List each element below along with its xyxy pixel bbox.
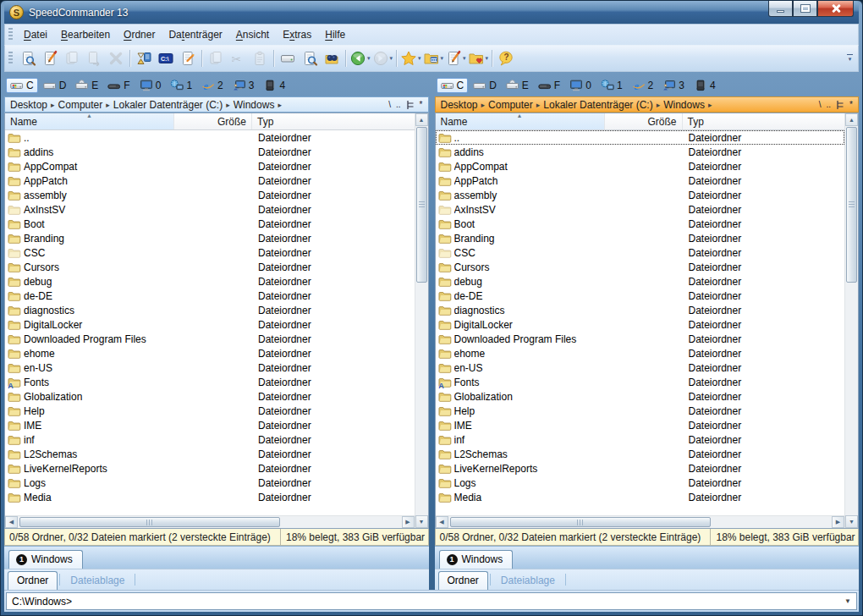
breadcrumb-item[interactable]: Lokaler Datenträger (C:) [541, 98, 655, 112]
breadcrumb-arrow-icon[interactable]: ▸ [277, 101, 283, 109]
drive-button-3[interactable]: 3 [658, 78, 689, 93]
paste-button[interactable] [249, 47, 271, 69]
panel-tab-dateiablage[interactable]: Dateiablage [492, 572, 563, 590]
drive-button-f[interactable]: F [103, 78, 134, 93]
file-row[interactable]: de-DEDateiordner [436, 289, 845, 303]
goto-parent-button[interactable]: .. [396, 100, 401, 109]
drive-button-c[interactable]: C [437, 78, 469, 93]
file-row[interactable]: IMEDateiordner [5, 418, 415, 432]
maximize-button[interactable] [793, 1, 817, 17]
vertical-scroll-track[interactable] [845, 126, 858, 515]
command-prompt-button[interactable]: C:\ [155, 47, 177, 69]
drive-button-2[interactable]: e2 [197, 78, 228, 93]
file-row[interactable]: assemblyDateiordner [436, 188, 845, 202]
dropdown-arrow-icon[interactable]: ▾ [486, 55, 489, 62]
file-row[interactable]: MediaDateiordner [436, 490, 845, 504]
search-files-button[interactable] [299, 47, 321, 69]
favorite-folders-button[interactable]: ▾ [467, 47, 490, 69]
file-row[interactable]: BrandingDateiordner [5, 231, 415, 245]
file-row[interactable]: debugDateiordner [5, 274, 415, 289]
rename-button[interactable] [177, 47, 199, 69]
scroll-left-button[interactable]: ◀ [436, 516, 448, 528]
file-row[interactable]: addinsDateiordner [436, 145, 845, 159]
file-row[interactable]: L2SchemasDateiordner [5, 447, 415, 461]
file-row[interactable]: AppCompatDateiordner [5, 159, 415, 173]
dropdown-arrow-icon[interactable]: ▾ [390, 55, 393, 62]
goto-parent-button[interactable]: .. [827, 100, 832, 109]
horizontal-scroll-thumb[interactable] [19, 517, 280, 527]
file-row[interactable]: en-USDateiordner [436, 360, 845, 375]
file-row[interactable]: BrandingDateiordner [436, 231, 845, 245]
title-bar[interactable]: S SpeedCommander 13 [4, 1, 859, 24]
menu-item-ansicht[interactable]: Ansicht [229, 25, 276, 44]
panel-tab-dateiablage[interactable]: Dateiablage [62, 572, 133, 590]
panel-tab-ordner[interactable]: Ordner [438, 571, 488, 590]
close-button[interactable] [817, 1, 854, 17]
drive-button-4[interactable]: 4 [690, 78, 720, 93]
file-row[interactable]: DigitalLockerDateiordner [5, 317, 415, 332]
file-row[interactable]: L2SchemasDateiordner [436, 447, 845, 461]
dropdown-arrow-icon[interactable]: ▾ [463, 55, 466, 62]
folder-tree-button[interactable] [406, 100, 415, 110]
horizontal-scroll-track[interactable] [448, 516, 833, 528]
file-row[interactable]: debugDateiordner [436, 274, 845, 289]
menu-item-hilfe[interactable]: Hilfe [318, 25, 352, 44]
file-row[interactable]: AxInstSVDateiordner [5, 202, 415, 217]
dropdown-arrow-icon[interactable]: ▾ [441, 55, 444, 62]
file-row[interactable]: GlobalizationDateiordner [436, 389, 845, 404]
command-line-input[interactable]: C:\Windows> ▼ [6, 592, 857, 610]
file-row[interactable]: LogsDateiordner [5, 476, 415, 490]
drive-button-3[interactable]: 3 [228, 78, 259, 93]
column-header-size[interactable]: Größe [174, 113, 252, 129]
menu-item-datenträger[interactable]: Datenträger [162, 25, 228, 44]
dropdown-arrow-icon[interactable]: ▾ [418, 55, 421, 62]
file-row[interactable]: BootDateiordner [436, 217, 845, 231]
edit-file-button[interactable] [39, 47, 61, 69]
file-row[interactable]: LiveKernelReportsDateiordner [436, 461, 845, 476]
drive-button-f[interactable]: F [534, 78, 564, 93]
folder-history-button[interactable] [133, 47, 155, 69]
file-row[interactable]: ..Dateiordner [436, 130, 845, 145]
column-header-name[interactable]: ▲Name [436, 113, 605, 129]
file-row[interactable]: GlobalizationDateiordner [5, 389, 415, 404]
file-row[interactable]: ..Dateiordner [5, 130, 415, 145]
file-row[interactable]: diagnosticsDateiordner [5, 303, 415, 317]
column-header-type[interactable]: Typ [683, 113, 845, 129]
file-row[interactable]: HelpDateiordner [436, 404, 845, 418]
breadcrumb-item[interactable]: Lokaler Datenträger (C:) [111, 98, 225, 112]
breadcrumb-item[interactable]: Windows [661, 98, 707, 112]
menu-item-bearbeiten[interactable]: Bearbeiten [54, 25, 117, 44]
menu-item-datei[interactable]: Datei [17, 25, 54, 44]
vertical-scroll-track[interactable] [415, 126, 428, 515]
file-row[interactable]: assemblyDateiordner [5, 188, 415, 202]
file-row[interactable]: IMEDateiordner [436, 418, 845, 432]
panel-tab-ordner[interactable]: Ordner [8, 571, 58, 590]
drive-button-1[interactable]: 1 [166, 78, 196, 93]
vertical-scroll-thumb[interactable] [416, 127, 427, 283]
file-row[interactable]: AFontsDateiordner [5, 375, 415, 389]
scroll-right-button[interactable]: ▶ [832, 516, 844, 528]
column-header-name[interactable]: ▲Name [5, 113, 174, 129]
file-row[interactable]: DigitalLockerDateiordner [436, 317, 845, 332]
scroll-right-button[interactable]: ▶ [402, 516, 415, 528]
folder-views-button[interactable]: ▾ [422, 47, 445, 69]
vertical-scrollbar[interactable]: ▲▼ [844, 113, 858, 528]
breadcrumb-item[interactable]: Windows [231, 98, 278, 112]
find-in-folder-button[interactable] [321, 47, 343, 69]
edit-comment-button[interactable]: ▾ [444, 47, 467, 69]
scroll-down-button[interactable]: ▼ [415, 515, 428, 528]
menu-grip[interactable] [8, 28, 13, 41]
drive-button-e[interactable]: E [71, 78, 102, 93]
horizontal-scroll-thumb[interactable] [450, 517, 711, 527]
forward-button[interactable]: ▾ [371, 47, 394, 69]
column-header-size[interactable]: Größe [605, 113, 683, 129]
file-row[interactable]: AppPatchDateiordner [436, 173, 845, 188]
breadcrumb-arrow-icon[interactable]: ▸ [707, 101, 713, 109]
scroll-left-button[interactable]: ◀ [5, 516, 18, 528]
file-row[interactable]: CSCDateiordner [5, 245, 415, 260]
toolbar-grip[interactable] [8, 52, 13, 65]
folder-tab-windows[interactable]: 1Windows [8, 550, 83, 569]
breadcrumb-item[interactable]: Computer [486, 98, 536, 112]
file-row[interactable]: BootDateiordner [5, 217, 415, 231]
drive-button-0[interactable]: 0 [135, 78, 166, 93]
